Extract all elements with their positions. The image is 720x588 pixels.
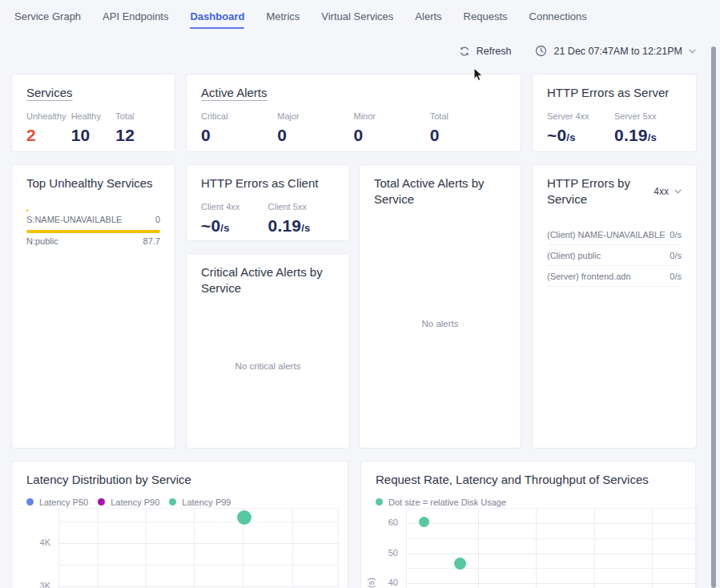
service-name: (Client) NAME-UNAVAILABLE: [547, 230, 666, 240]
tab-alerts[interactable]: Alerts: [415, 6, 441, 27]
legend-dot-icon: [26, 498, 34, 505]
stat-label: Unhealthy: [26, 111, 71, 121]
services-card: Services Unhealthy2 Healthy10 Total12: [11, 74, 175, 152]
request-rate-scatter-plot[interactable]: 605040: [406, 508, 697, 588]
table-row[interactable]: (Server) frontend.adn0/s: [547, 266, 682, 287]
tab-virtual-services[interactable]: Virtual Services: [321, 6, 393, 27]
unhealthy-bar: [26, 230, 160, 233]
list-item[interactable]: N:public87.7: [26, 230, 160, 246]
gridline-vertical: [406, 508, 407, 588]
error-type-filter[interactable]: 4xx: [654, 186, 682, 197]
legend-dot-icon: [98, 498, 105, 505]
http-errors-client-stats: Client 4xx~0/s Client 5xx0.19/s: [201, 202, 335, 236]
http-errors-client-title: HTTP Errors as Client: [201, 175, 335, 191]
error-rate: 0/s: [670, 272, 682, 281]
gridline-vertical: [697, 508, 698, 588]
client-4xx-rate: ~0/s: [201, 216, 268, 236]
active-alerts-card-title[interactable]: Active Alerts: [201, 85, 506, 101]
empty-state-text: No critical alerts: [187, 361, 349, 371]
gridline-vertical: [536, 508, 537, 588]
stat-label: Client 4xx: [201, 202, 268, 211]
gridline-vertical: [146, 508, 147, 588]
unhealthy-bar: [26, 209, 28, 212]
chart-legend: Latency P50 Latency P90 Latency P99: [26, 497, 333, 507]
gridline-vertical: [652, 508, 653, 588]
latency-distribution-card: Latency Distribution by Service Latency …: [11, 461, 348, 588]
chevron-down-icon: [674, 189, 682, 194]
refresh-button[interactable]: Refresh: [459, 46, 512, 57]
total-alerts-count: 0: [430, 126, 506, 145]
table-row[interactable]: (Client) public0/s: [547, 245, 682, 266]
service-score: 87.7: [143, 236, 160, 246]
total-count: 12: [115, 126, 160, 145]
tab-connections[interactable]: Connections: [529, 6, 587, 27]
gridline-vertical: [594, 508, 595, 588]
toolbar: Refresh 21 Dec 07:47AM to 12:21PM: [459, 45, 696, 57]
tab-api-endpoints[interactable]: API Endpoints: [103, 6, 168, 27]
legend-item[interactable]: Dot size = relative Disk Usage: [376, 497, 506, 507]
http-errors-by-service-title: HTTP Errors by Service: [547, 175, 647, 207]
service-name: (Client) public: [547, 251, 601, 260]
http-errors-by-service-card: HTTP Errors by Service 4xx (Client) NAME…: [532, 164, 697, 449]
tab-metrics[interactable]: Metrics: [266, 6, 300, 27]
latency-scatter-plot[interactable]: 4K3K: [58, 508, 338, 588]
legend-dot-icon: [376, 498, 383, 505]
tab-dashboard[interactable]: Dashboard: [190, 6, 244, 27]
plot-top-border: [406, 508, 697, 509]
gridline-vertical: [194, 508, 195, 588]
gridline-minor: [406, 568, 697, 569]
gridline-major: [406, 554, 697, 554]
chart-data-point[interactable]: [237, 510, 251, 525]
time-range-picker[interactable]: 21 Dec 07:47AM to 12:21PM: [535, 45, 696, 57]
y-tick-label: 4K: [17, 538, 50, 547]
y-axis-label: (s): [366, 578, 376, 588]
table-row[interactable]: (Client) NAME-UNAVAILABLE0/s: [547, 224, 682, 245]
gridline-minor: [406, 538, 697, 539]
request-rate-chart-title: Request Rate, Latency and Throughput of …: [376, 472, 681, 488]
legend-item[interactable]: Latency P90: [98, 497, 159, 507]
time-range-value: 21 Dec 07:47AM to 12:21PM: [553, 46, 682, 57]
critical-count: 0: [201, 126, 277, 145]
y-tick-label: 3K: [17, 581, 50, 588]
services-stats: Unhealthy2 Healthy10 Total12: [26, 111, 160, 145]
total-alerts-title: Total Active Alerts by Service: [374, 175, 506, 207]
empty-state-text: No alerts: [360, 319, 521, 328]
gridline-vertical: [338, 508, 339, 588]
error-rate: 0/s: [670, 230, 682, 240]
gridline-major: [58, 543, 338, 544]
tab-requests[interactable]: Requests: [464, 6, 508, 27]
legend-item[interactable]: Latency P50: [26, 497, 88, 507]
request-rate-card: Request Rate, Latency and Throughput of …: [360, 461, 696, 588]
critical-alerts-title: Critical Active Alerts by Service: [201, 264, 335, 296]
active-alerts-card: Active Alerts Critical0 Major0 Minor0 To…: [186, 74, 521, 152]
chart-data-point[interactable]: [454, 558, 466, 570]
gridline-vertical: [58, 508, 59, 588]
stat-label: Healthy: [71, 111, 116, 121]
gridline-major: [58, 586, 338, 587]
top-nav: Service Graph API Endpoints Dashboard Me…: [0, 0, 720, 32]
healthy-count: 10: [71, 126, 116, 145]
list-item[interactable]: S:NAME-UNAVAILABLE0: [26, 209, 160, 225]
chart-legend: Dot size = relative Disk Usage: [376, 497, 681, 507]
error-rate-list: (Client) NAME-UNAVAILABLE0/s (Client) pu…: [547, 224, 682, 287]
stat-label: Total: [115, 111, 160, 121]
gridline-major: [406, 583, 697, 584]
stat-label: Critical: [201, 111, 277, 121]
gridline-minor: [58, 522, 338, 522]
vertical-scrollbar[interactable]: [711, 46, 716, 588]
services-card-title[interactable]: Services: [26, 85, 160, 101]
top-unhealthy-title: Top Unhealthy Services: [26, 175, 160, 191]
tab-service-graph[interactable]: Service Graph: [14, 6, 81, 27]
clock-icon: [535, 45, 547, 57]
http-errors-server-card: HTTP Errors as Server Server 4xx~0/s Ser…: [532, 74, 697, 152]
stat-label: Server 5xx: [614, 111, 682, 121]
server-5xx-rate: 0.19/s: [614, 126, 682, 145]
chart-data-point[interactable]: [419, 517, 429, 527]
y-tick-label: 50: [364, 548, 398, 558]
stat-label: Server 4xx: [547, 111, 614, 121]
top-unhealthy-card: Top Unhealthy Services S:NAME-UNAVAILABL…: [11, 164, 175, 449]
dashboard-page: Service Graph API Endpoints Dashboard Me…: [0, 0, 720, 588]
legend-dot-icon: [169, 498, 176, 505]
critical-alerts-card: Critical Active Alerts by Service No cri…: [186, 253, 350, 449]
legend-item[interactable]: Latency P99: [169, 497, 231, 507]
